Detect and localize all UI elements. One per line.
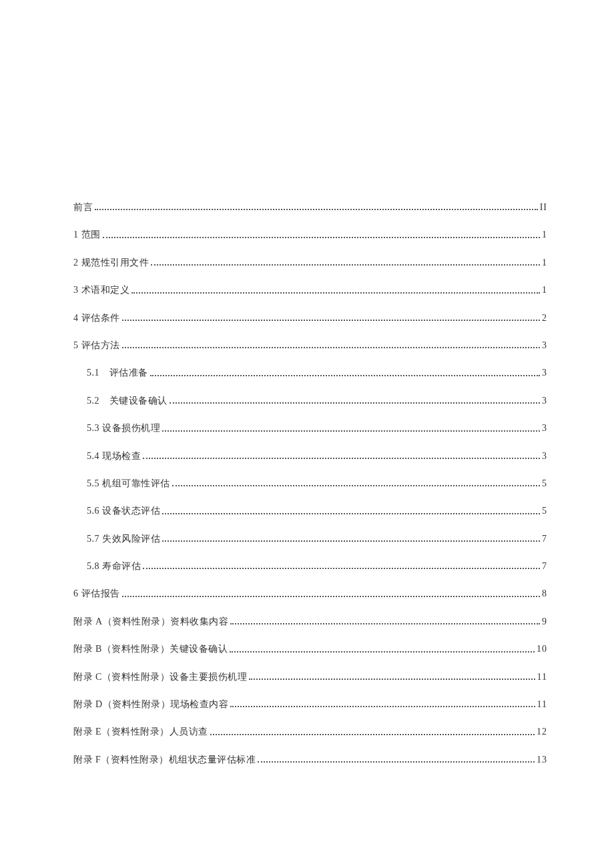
toc-entry-title: 5.8 寿命评估 (87, 559, 141, 574)
toc-entry-page: 13 (537, 753, 547, 767)
toc-entry-title: 4 评估条件 (73, 311, 120, 326)
toc-entry-title: 附录 B（资料性附录）关键设备确认 (73, 642, 228, 657)
toc-entry-page: 12 (537, 725, 547, 739)
toc-entry-title: 附录 A（资料性附录）资料收集内容 (73, 614, 228, 629)
toc-entry-page: 11 (537, 670, 547, 685)
toc-entry: 5.3 设备损伤机理3 (73, 421, 547, 436)
toc-dot-leader (162, 430, 540, 432)
toc-entry: 附录 D（资料性附录）现场检查内容11 (73, 697, 547, 712)
toc-dot-leader (249, 679, 535, 680)
toc-dot-leader (162, 540, 540, 542)
toc-entry: 1 范围1 (73, 228, 547, 242)
toc-entry: 5.8 寿命评估7 (73, 559, 547, 574)
toc-entry-title: 5.5 机组可靠性评估 (87, 476, 170, 491)
toc-entry: 附录 B（资料性附录）关键设备确认10 (73, 642, 547, 657)
toc-entry-title: 5.6 设备状态评估 (87, 504, 160, 518)
toc-entry-page: 7 (542, 559, 547, 574)
toc-dot-leader (230, 623, 540, 624)
toc-entry: 5.1 评估准备3 (73, 366, 547, 380)
toc-entry-title: 5.4 现场检查 (87, 449, 141, 464)
toc-dot-leader (170, 402, 541, 404)
toc-entry-page: 1 (542, 256, 547, 270)
toc-entry: 附录 A（资料性附录）资料收集内容9 (73, 614, 547, 629)
table-of-contents: 前言II1 范围12 规范性引用文件13 术语和定义14 评估条件25 评估方法… (73, 200, 547, 767)
toc-entry-title: 1 范围 (73, 228, 101, 242)
toc-entry: 5.5 机组可靠性评估5 (73, 476, 547, 491)
toc-dot-leader (172, 485, 541, 486)
toc-entry-page: 3 (542, 449, 547, 464)
toc-entry-title: 5.3 设备损伤机理 (87, 421, 160, 436)
toc-dot-leader (95, 209, 538, 210)
toc-entry-title: 3 术语和定义 (73, 283, 129, 298)
toc-entry-title: 附录 C（资料性附录）设备主要损伤机理 (73, 670, 247, 685)
toc-dot-leader (122, 347, 541, 348)
toc-entry: 4 评估条件2 (73, 311, 547, 326)
toc-entry-page: 1 (542, 283, 547, 298)
toc-entry-page: 1 (542, 228, 547, 242)
toc-dot-leader (230, 651, 535, 653)
toc-dot-leader (162, 513, 540, 514)
toc-entry-title: 5.7 失效风险评估 (87, 532, 160, 546)
toc-entry: 3 术语和定义1 (73, 283, 547, 298)
toc-entry-title: 附录 F（资料性附录）机组状态量评估标准 (73, 753, 256, 767)
toc-dot-leader (151, 264, 540, 266)
toc-entry-title: 5.1 评估准备 (87, 366, 148, 380)
toc-entry: 5 评估方法3 (73, 338, 547, 353)
toc-entry-page: 2 (542, 311, 547, 326)
toc-dot-leader (131, 292, 540, 294)
toc-entry: 附录 C（资料性附录）设备主要损伤机理11 (73, 670, 547, 685)
toc-entry-page: 11 (537, 697, 547, 712)
toc-entry: 5.2 关键设备确认3 (73, 394, 547, 408)
toc-dot-leader (143, 568, 540, 569)
toc-dot-leader (122, 320, 541, 321)
toc-entry: 6 评估报告8 (73, 586, 547, 601)
toc-dot-leader (122, 596, 541, 597)
toc-entry: 附录 F（资料性附录）机组状态量评估标准13 (73, 753, 547, 767)
toc-entry-page: 8 (542, 586, 547, 601)
toc-entry-title: 5.2 关键设备确认 (87, 394, 168, 408)
toc-entry: 前言II (73, 200, 547, 215)
toc-dot-leader (103, 237, 541, 238)
toc-entry-page: 3 (542, 394, 547, 408)
toc-entry-page: 3 (542, 421, 547, 436)
toc-entry-page: 10 (537, 642, 547, 657)
toc-entry-title: 6 评估报告 (73, 586, 120, 601)
toc-entry: 5.4 现场检查3 (73, 449, 547, 464)
toc-dot-leader (210, 734, 535, 735)
toc-entry: 5.6 设备状态评估5 (73, 504, 547, 518)
toc-entry-page: 9 (542, 614, 547, 629)
toc-entry: 2 规范性引用文件1 (73, 256, 547, 270)
toc-entry-page: 5 (542, 504, 547, 518)
toc-entry: 5.7 失效风险评估7 (73, 532, 547, 546)
toc-entry: 附录 E（资料性附录）人员访查12 (73, 725, 547, 739)
toc-dot-leader (150, 375, 541, 376)
toc-entry-page: 5 (542, 476, 547, 491)
toc-dot-leader (230, 706, 535, 707)
toc-entry-title: 前言 (73, 200, 93, 215)
toc-dot-leader (143, 458, 540, 459)
toc-entry-page: 7 (542, 532, 547, 546)
toc-entry-page: II (540, 200, 547, 215)
toc-entry-page: 3 (542, 366, 547, 380)
toc-entry-page: 3 (542, 338, 547, 353)
toc-entry-title: 5 评估方法 (73, 338, 120, 353)
toc-entry-title: 附录 E（资料性附录）人员访查 (73, 725, 208, 739)
toc-entry-title: 附录 D（资料性附录）现场检查内容 (73, 697, 228, 712)
toc-dot-leader (258, 761, 535, 763)
toc-entry-title: 2 规范性引用文件 (73, 256, 149, 270)
